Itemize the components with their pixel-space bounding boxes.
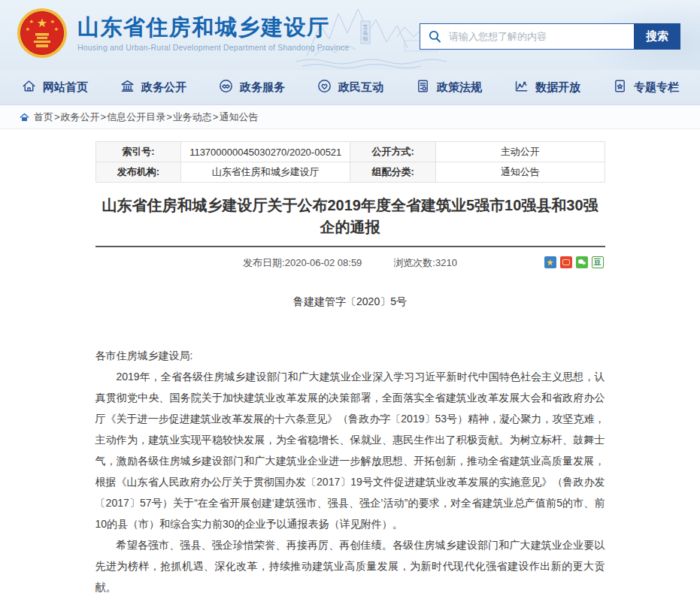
breadcrumb-separator: > (166, 111, 172, 123)
meta-disclosure-method-value: 主动公开 (435, 142, 605, 162)
nav-item-label: 政务公开 (141, 80, 186, 95)
national-emblem-logo: ★ ★ ★ ★ ★ (17, 8, 68, 59)
view-count-label: 浏览次数: (393, 257, 435, 268)
home-icon (20, 113, 29, 122)
nav-item-label: 政务服务 (240, 80, 285, 95)
publish-info-row: 发布日期:2020-06-02 08:59 浏览次数:3210 ★ 豆 (95, 256, 605, 270)
site-brand: ★ ★ ★ ★ ★ 山东省住房和城乡建设厅 Housing and Urban-… (17, 8, 349, 59)
policy-document-icon (415, 78, 431, 96)
nav-item-gov-services[interactable]: 政务服务 (218, 78, 285, 96)
svg-text:★: ★ (37, 16, 47, 30)
title-divider (95, 246, 605, 247)
meta-index-value: 113700000045030270/2020-00521 (181, 142, 350, 162)
meta-category-value: 通知公告 (435, 162, 605, 183)
site-subtitle-en: Housing and Urban-Rural Development Depa… (77, 43, 349, 52)
publish-date-label: 发布日期: (243, 257, 285, 268)
share-douban-icon[interactable]: 豆 (592, 256, 604, 268)
government-building-icon (120, 78, 135, 96)
share-wechat-icon[interactable] (576, 256, 588, 268)
search-icon (420, 29, 449, 44)
share-weibo-icon[interactable] (560, 256, 572, 268)
nav-item-policies[interactable]: 政策法规 (415, 78, 482, 96)
salutation: 各市住房城乡建设局: (95, 345, 605, 366)
svg-text:★: ★ (50, 19, 55, 25)
site-search: 搜索 (420, 23, 680, 50)
nav-item-gov-disclosure[interactable]: 政务公开 (120, 78, 186, 96)
nav-item-home[interactable]: 网站首页 (21, 78, 88, 96)
table-row: 发布机构: 山东省住房和城乡建设厅 组配分类: 通知公告 (95, 162, 605, 183)
article-content: 索引号: 113700000045030270/2020-00521 公开方式:… (95, 129, 605, 593)
site-title: 山东省住房和城乡建设厅 (77, 14, 349, 40)
table-row: 索引号: 113700000045030270/2020-00521 公开方式:… (95, 142, 605, 162)
breadcrumb-separator: > (54, 111, 60, 123)
share-icons: ★ 豆 (544, 256, 604, 268)
search-button[interactable]: 搜索 (634, 23, 680, 50)
meta-category-label: 组配分类: (350, 162, 436, 183)
nav-item-label: 网站首页 (43, 80, 88, 95)
body-paragraph: 2019年，全省各级住房城乡建设部门和广大建筑业企业深入学习习近平新时代中国特色… (95, 366, 605, 534)
handshake-icon (218, 78, 234, 96)
svg-text:★: ★ (29, 19, 34, 25)
breadcrumb-item-notices[interactable]: 通知公告 (219, 110, 258, 124)
view-count: 浏览次数:3210 (393, 256, 457, 270)
nav-item-label: 专题专栏 (634, 80, 679, 95)
meta-issuer-label: 发布机构: (95, 162, 181, 183)
breadcrumb-item-business-news[interactable]: 业务动态 (173, 110, 212, 124)
main-nav: 网站首页 政务公开 政务服务 政民互动 政策法规 数据开放 专题专栏 (0, 70, 700, 105)
document-meta-table: 索引号: 113700000045030270/2020-00521 公开方式:… (95, 141, 605, 183)
nav-item-open-data[interactable]: 数据开放 (514, 78, 580, 96)
svg-text:★: ★ (54, 26, 59, 32)
heart-icon (317, 78, 332, 96)
breadcrumb-item-info-catalog[interactable]: 信息公开目录 (107, 110, 165, 124)
publish-date: 发布日期:2020-06-02 08:59 (243, 256, 362, 270)
site-header: 五 岳 独 ★ ★ ★ ★ ★ (0, 0, 700, 70)
svg-text:★: ★ (26, 26, 30, 32)
publish-date-value: 2020-06-02 08:59 (285, 257, 362, 268)
svg-text:岳: 岳 (363, 30, 368, 35)
nav-item-label: 政民互动 (338, 80, 383, 95)
view-count-value: 3210 (435, 257, 457, 268)
page-title: 山东省住房和城乡建设厅关于公布2019年度全省建筑业5强市10强县和30强企的通… (95, 195, 605, 238)
breadcrumb-item-home[interactable]: 首页 (34, 110, 53, 124)
svg-text:五: 五 (363, 24, 368, 29)
breadcrumb-item-gov-disclosure[interactable]: 政务公开 (61, 110, 100, 124)
meta-index-label: 索引号: (95, 142, 181, 162)
data-chart-icon (514, 78, 529, 96)
breadcrumb-separator: > (101, 111, 107, 123)
meta-issuer-value: 山东省住房和城乡建设厅 (181, 162, 350, 183)
nav-item-label: 政策法规 (437, 80, 482, 95)
breadcrumb: 首页 > 政务公开 > 信息公开目录 > 业务动态 > 通知公告 (0, 105, 700, 129)
document-number: 鲁建建管字〔2020〕5号 (95, 295, 605, 309)
page: 五 岳 独 ★ ★ ★ ★ ★ (0, 0, 700, 593)
nav-item-label: 数据开放 (535, 80, 580, 95)
body-paragraph: 希望各强市、强县、强企珍惜荣誉、再接再厉、再创佳绩。各级住房城乡建设部门和广大建… (95, 534, 605, 593)
star-document-icon (612, 78, 628, 96)
svg-text:独: 独 (363, 36, 368, 41)
nav-item-public-interaction[interactable]: 政民互动 (317, 78, 383, 96)
breadcrumb-separator: > (213, 111, 219, 123)
nav-item-special-columns[interactable]: 专题专栏 (612, 78, 679, 96)
meta-disclosure-method-label: 公开方式: (350, 142, 436, 162)
home-icon (21, 78, 37, 96)
search-input[interactable] (449, 24, 634, 49)
share-qzone-icon[interactable]: ★ (544, 256, 556, 268)
